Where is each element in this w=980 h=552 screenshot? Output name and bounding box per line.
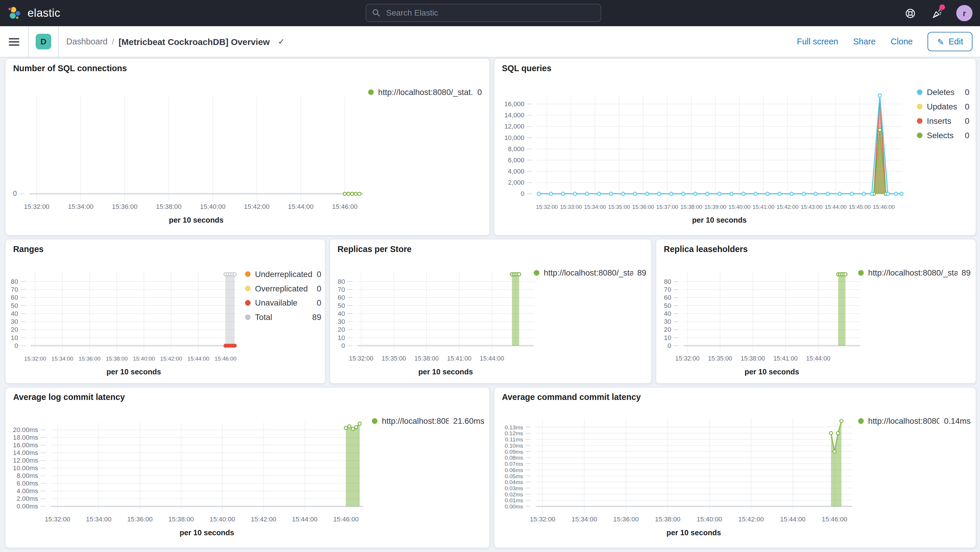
user-avatar[interactable]: r (956, 5, 972, 21)
chart-legend: Underreplicated0Overreplicated0Unavailab… (245, 269, 321, 327)
svg-text:20: 20 (664, 326, 671, 333)
share-button[interactable]: Share (853, 37, 876, 46)
svg-text:0.13ms: 0.13ms (504, 424, 523, 431)
panel-sql-queries[interactable]: SQL queries 15:32:0015:33:0015:34:0015:3… (494, 58, 976, 236)
svg-text:0.05ms: 0.05ms (504, 473, 523, 479)
panel-replica-leaseholders[interactable]: Replica leaseholders 15:32:0015:35:0015:… (656, 239, 976, 384)
svg-text:per 10 seconds: per 10 seconds (418, 367, 473, 376)
legend-item[interactable]: http://localhost:8080...0.14ms (858, 417, 971, 426)
svg-text:6.00ms: 6.00ms (17, 480, 38, 487)
panel-number-of-sql-connections[interactable]: Number of SQL connections 15:32:0015:34:… (5, 58, 490, 236)
help-button[interactable] (904, 7, 916, 19)
svg-text:15:34:00: 15:34:00 (584, 204, 606, 210)
legend-item[interactable]: http://localhost:808...21.60ms (372, 417, 485, 426)
legend-dot-icon (917, 118, 923, 124)
svg-text:15:44:00: 15:44:00 (187, 356, 209, 362)
svg-text:0: 0 (13, 190, 17, 197)
svg-text:50: 50 (664, 302, 671, 309)
svg-text:15:38:00: 15:38:00 (655, 515, 680, 523)
breadcrumb-dashboard[interactable]: Dashboard (66, 37, 107, 46)
sql-connections-chart: 15:32:0015:34:0015:36:0015:38:0015:40:00… (11, 81, 373, 231)
svg-text:0.10ms: 0.10ms (504, 442, 523, 449)
legend-item[interactable]: Overreplicated0 (245, 284, 321, 293)
svg-text:15:42:00: 15:42:00 (160, 356, 182, 362)
legend-item[interactable]: http://localhost:8080/_sta...89 (534, 268, 646, 278)
chart-legend: http://localhost:8080/_sta...89 (534, 268, 646, 283)
svg-text:60: 60 (664, 294, 671, 301)
app-header: elastic (0, 0, 980, 26)
legend-item[interactable]: Underreplicated0 (245, 269, 321, 279)
svg-text:30: 30 (338, 318, 345, 325)
svg-text:4.00ms: 4.00ms (17, 487, 38, 495)
svg-text:per 10 seconds: per 10 seconds (180, 528, 234, 537)
legend-item[interactable]: http://localhost:8080/_stat...0 (368, 87, 482, 97)
full-screen-button[interactable]: Full screen (797, 37, 838, 46)
menu-button[interactable] (9, 38, 19, 46)
command-commit-latency-chart: 15:32:0015:34:0015:36:0015:38:0015:40:00… (499, 410, 862, 544)
svg-text:15:46:00: 15:46:00 (215, 356, 236, 362)
svg-text:15:38:00: 15:38:00 (106, 356, 127, 362)
svg-text:15:36:00: 15:36:00 (632, 204, 654, 210)
notification-dot (939, 5, 945, 10)
svg-text:15:33:00: 15:33:00 (560, 204, 582, 210)
breadcrumb-separator: / (112, 37, 115, 46)
legend-dot-icon (858, 270, 864, 275)
legend-label: Selects (927, 130, 953, 140)
svg-text:15:42:00: 15:42:00 (776, 204, 798, 210)
toolbar-divider (28, 26, 29, 57)
svg-text:15:44:00: 15:44:00 (480, 355, 504, 362)
legend-item[interactable]: Deletes0 (917, 87, 969, 97)
newsfeed-button[interactable] (930, 7, 943, 19)
elastic-logo[interactable]: elastic (0, 6, 60, 21)
svg-text:15:40:00: 15:40:00 (200, 203, 226, 210)
legend-value: 0 (317, 298, 321, 308)
svg-text:0.06ms: 0.06ms (504, 467, 523, 473)
svg-text:4,000: 4,000 (508, 168, 525, 175)
log-commit-latency-chart: 15:32:0015:34:0015:36:0015:38:0015:40:00… (11, 410, 373, 544)
panel-average-command-commit-latency[interactable]: Average command commit latency 15:32:001… (494, 387, 976, 548)
search-input[interactable] (385, 8, 595, 18)
svg-text:0.02ms: 0.02ms (504, 492, 523, 498)
legend-value: 0 (965, 130, 969, 140)
panel-ranges[interactable]: Ranges 15:32:0015:34:0015:36:0015:38:001… (5, 239, 326, 384)
ranges-chart: 15:32:0015:34:0015:36:0015:38:0015:40:00… (8, 262, 246, 383)
title-check-icon[interactable]: ✓ (278, 37, 285, 46)
svg-text:15:35:00: 15:35:00 (608, 204, 630, 210)
edit-button[interactable]: ✎ Edit (928, 32, 972, 51)
legend-item[interactable]: Total89 (245, 313, 321, 322)
legend-dot-icon (245, 286, 250, 291)
legend-item[interactable]: Inserts0 (917, 116, 969, 126)
svg-text:15:36:00: 15:36:00 (112, 203, 138, 210)
svg-text:15:34:00: 15:34:00 (86, 515, 111, 523)
svg-text:15:35:00: 15:35:00 (382, 355, 406, 362)
legend-value: 0 (965, 102, 969, 111)
chart-legend: Deletes0Updates0Inserts0Selects0 (917, 87, 969, 145)
svg-text:15:46:00: 15:46:00 (822, 515, 847, 523)
svg-text:6,000: 6,000 (508, 156, 525, 164)
legend-label: Underreplicated (255, 269, 312, 279)
legend-item[interactable]: Selects0 (917, 130, 969, 140)
space-avatar-default[interactable]: D (36, 34, 51, 49)
svg-text:2.00ms: 2.00ms (17, 495, 38, 502)
legend-item[interactable]: Unavailable0 (245, 298, 321, 308)
svg-text:14,000: 14,000 (504, 111, 524, 119)
svg-text:16.00ms: 16.00ms (13, 441, 38, 449)
replicas-per-store-chart: 15:32:0015:35:0015:38:0015:41:0015:44:00… (332, 262, 541, 383)
svg-text:per 10 seconds: per 10 seconds (745, 367, 799, 376)
legend-dot-icon (858, 418, 864, 424)
clone-button[interactable]: Clone (891, 37, 913, 46)
panel-average-log-commit-latency[interactable]: Average log commit latency 15:32:0015:34… (5, 387, 490, 548)
legend-item[interactable]: http://localhost:8080/_sta...89 (858, 268, 971, 278)
panel-replicas-per-store[interactable]: Replicas per Store 15:32:0015:35:0015:38… (329, 239, 652, 384)
legend-value: 89 (637, 268, 646, 278)
svg-text:50: 50 (11, 302, 18, 309)
svg-text:2,000: 2,000 (508, 179, 525, 186)
global-search[interactable] (366, 4, 601, 22)
svg-text:40: 40 (664, 310, 671, 317)
svg-text:0.00ms: 0.00ms (17, 503, 38, 510)
legend-item[interactable]: Updates0 (917, 102, 969, 111)
legend-label: http://localhost:808... (382, 417, 449, 426)
panel-title: SQL queries (502, 64, 552, 73)
svg-text:15:41:00: 15:41:00 (773, 355, 798, 362)
panel-title: Average command commit latency (502, 393, 641, 402)
